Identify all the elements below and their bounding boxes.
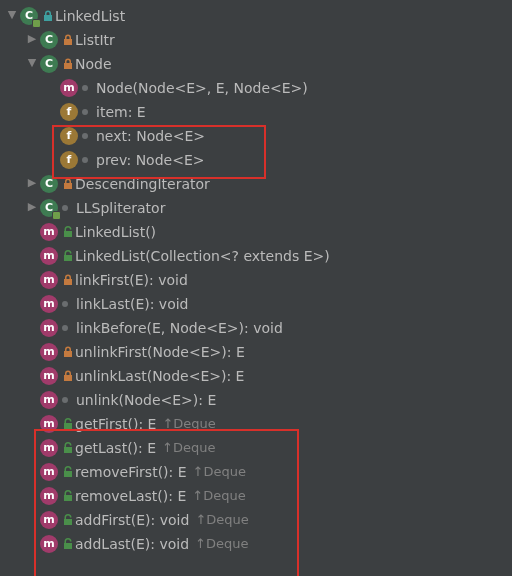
tree-row-class-node[interactable]: ▼ C Node (4, 52, 512, 76)
tree-label: LinkedList(Collection<? extends E>) (75, 244, 330, 268)
method-icon: m (40, 391, 58, 409)
inherit-label: ↑Deque (195, 508, 248, 532)
dot-icon (62, 301, 68, 307)
method-icon: m (40, 319, 58, 337)
tree-row-field-prev[interactable]: f prev: Node<E> (4, 148, 512, 172)
tree-row-method-ctor0[interactable]: m LinkedList() (4, 220, 512, 244)
tree-label: linkLast(E): void (76, 292, 189, 316)
structure-tree[interactable]: ▼ C LinkedList ▶ C ListItr ▼ C Node m No… (0, 0, 512, 556)
tree-label: getFirst(): E (75, 412, 156, 436)
lock-private-icon (62, 34, 74, 46)
inherit-label: ↑Deque (162, 412, 215, 436)
unlock-public-icon (62, 538, 74, 550)
field-icon: f (60, 103, 78, 121)
inherit-label: ↑Deque (195, 532, 248, 556)
lock-pkg-icon (42, 10, 54, 22)
method-icon: m (40, 487, 58, 505)
tree-row-method-unlink[interactable]: m unlink(Node<E>): E (4, 388, 512, 412)
dot-icon (82, 85, 88, 91)
lock-private-icon (62, 274, 74, 286)
tree-label: removeLast(): E (75, 484, 186, 508)
tree-row-method-addlast[interactable]: m addLast(E): void ↑Deque (4, 532, 512, 556)
tree-label: unlink(Node<E>): E (76, 388, 216, 412)
method-icon: m (40, 343, 58, 361)
tree-row-method-unlinklast[interactable]: m unlinkLast(Node<E>): E (4, 364, 512, 388)
method-icon: m (40, 535, 58, 553)
class-icon: C (20, 7, 38, 25)
method-icon: m (40, 511, 58, 529)
chevron-down-icon[interactable]: ▼ (24, 55, 40, 71)
tree-row-method-linkbefore[interactable]: m linkBefore(E, Node<E>): void (4, 316, 512, 340)
chevron-right-icon[interactable]: ▶ (24, 175, 40, 191)
unlock-public-icon (62, 250, 74, 262)
tree-label: DescendingIterator (75, 172, 210, 196)
dot-icon (62, 205, 68, 211)
method-icon: m (60, 79, 78, 97)
tree-label: prev: Node<E> (96, 148, 204, 172)
tree-row-method-node-ctor[interactable]: m Node(Node<E>, E, Node<E>) (4, 76, 512, 100)
tree-row-method-unlinkfirst[interactable]: m unlinkFirst(Node<E>): E (4, 340, 512, 364)
tree-row-method-removefirst[interactable]: m removeFirst(): E ↑Deque (4, 460, 512, 484)
tree-label: Node (75, 52, 112, 76)
chevron-right-icon[interactable]: ▶ (24, 199, 40, 215)
tree-row-method-removelast[interactable]: m removeLast(): E ↑Deque (4, 484, 512, 508)
tree-label: LLSpliterator (76, 196, 165, 220)
tree-row-class-listitr[interactable]: ▶ C ListItr (4, 28, 512, 52)
lock-private-icon (62, 178, 74, 190)
unlock-public-icon (62, 466, 74, 478)
tree-label: LinkedList (55, 4, 125, 28)
unlock-public-icon (62, 514, 74, 526)
tree-row-method-getfirst[interactable]: m getFirst(): E ↑Deque (4, 412, 512, 436)
tree-label: unlinkLast(Node<E>): E (75, 364, 244, 388)
lock-private-icon (62, 58, 74, 70)
dot-icon (82, 109, 88, 115)
tree-row-method-linkfirst[interactable]: m linkFirst(E): void (4, 268, 512, 292)
tree-row-method-ctor1[interactable]: m LinkedList(Collection<? extends E>) (4, 244, 512, 268)
unlock-public-icon (62, 442, 74, 454)
tree-label: removeFirst(): E (75, 460, 187, 484)
inherit-label: ↑Deque (192, 484, 245, 508)
class-icon: C (40, 55, 58, 73)
field-icon: f (60, 127, 78, 145)
tree-row-field-next[interactable]: f next: Node<E> (4, 124, 512, 148)
tree-label: addLast(E): void (75, 532, 189, 556)
unlock-public-icon (62, 226, 74, 238)
class-icon: C (40, 199, 58, 217)
tree-label: unlinkFirst(Node<E>): E (75, 340, 245, 364)
chevron-down-icon[interactable]: ▼ (4, 7, 20, 23)
tree-row-method-addfirst[interactable]: m addFirst(E): void ↑Deque (4, 508, 512, 532)
tree-row-class-desciter[interactable]: ▶ C DescendingIterator (4, 172, 512, 196)
tree-row-class-linkedlist[interactable]: ▼ C LinkedList (4, 4, 512, 28)
dot-icon (62, 325, 68, 331)
tree-label: LinkedList() (75, 220, 156, 244)
method-icon: m (40, 295, 58, 313)
method-icon: m (40, 223, 58, 241)
tree-row-method-linklast[interactable]: m linkLast(E): void (4, 292, 512, 316)
unlock-public-icon (62, 418, 74, 430)
chevron-right-icon[interactable]: ▶ (24, 31, 40, 47)
inherit-label: ↑Deque (162, 436, 215, 460)
tree-label: linkBefore(E, Node<E>): void (76, 316, 283, 340)
tree-row-class-llsplit[interactable]: ▶ C LLSpliterator (4, 196, 512, 220)
tree-label: getLast(): E (75, 436, 156, 460)
field-icon: f (60, 151, 78, 169)
method-icon: m (40, 367, 58, 385)
tree-label: ListItr (75, 28, 115, 52)
tree-row-method-getlast[interactable]: m getLast(): E ↑Deque (4, 436, 512, 460)
tree-label: item: E (96, 100, 146, 124)
tree-row-field-item[interactable]: f item: E (4, 100, 512, 124)
class-icon: C (40, 31, 58, 49)
method-icon: m (40, 271, 58, 289)
tree-label: addFirst(E): void (75, 508, 189, 532)
method-icon: m (40, 247, 58, 265)
method-icon: m (40, 463, 58, 481)
dot-icon (62, 397, 68, 403)
unlock-public-icon (62, 490, 74, 502)
dot-icon (82, 157, 88, 163)
tree-label: linkFirst(E): void (75, 268, 188, 292)
class-icon: C (40, 175, 58, 193)
inherit-label: ↑Deque (193, 460, 246, 484)
tree-label: next: Node<E> (96, 124, 205, 148)
method-icon: m (40, 439, 58, 457)
lock-private-icon (62, 346, 74, 358)
